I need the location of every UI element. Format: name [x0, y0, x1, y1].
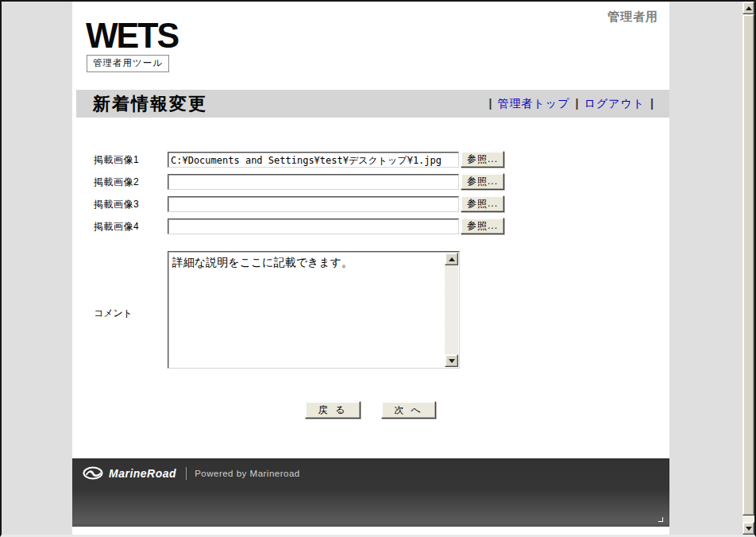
textarea-scrollbar[interactable]	[445, 253, 458, 367]
field-label-image-1: 掲載画像1	[94, 153, 139, 167]
browse-button-2[interactable]: 参照...	[461, 173, 504, 190]
logo-subtitle-box: 管理者用ツール	[87, 55, 169, 72]
comment-textarea[interactable]: 詳細な説明をここに記載できます。	[169, 253, 445, 367]
triangle-down-icon	[746, 527, 752, 531]
triangle-down-icon	[449, 359, 455, 363]
scrollbar-down-button[interactable]	[742, 522, 754, 535]
image-row-4: 掲載画像4 参照...	[72, 218, 669, 235]
image-path-input-4[interactable]	[168, 218, 459, 234]
browser-window: 管理者用 WETS 管理者用ツール 新着情報変更 |管理者トップ|ログアウト| …	[0, 0, 756, 537]
image-row-1: 掲載画像1 参照...	[72, 151, 669, 168]
field-label-image-3: 掲載画像3	[94, 198, 139, 211]
marineroad-wave-icon	[83, 466, 103, 480]
nav-links: |管理者トップ|ログアウト|	[484, 90, 659, 118]
field-label-image-2: 掲載画像2	[94, 176, 139, 189]
triangle-up-icon	[746, 6, 752, 10]
image-path-input-1[interactable]	[168, 152, 459, 168]
scrollbar-thumb[interactable]	[742, 14, 754, 516]
wets-logo: WETS	[86, 19, 178, 52]
footer-brand-row: MarineRoad Powered by Marineroad	[83, 466, 300, 480]
page-title: 新着情報変更	[93, 90, 207, 118]
back-button[interactable]: 戻 る	[305, 401, 361, 419]
footer: MarineRoad Powered by Marineroad	[72, 458, 669, 527]
scrollbar-up-button[interactable]	[742, 2, 754, 14]
admin-badge: 管理者用	[608, 10, 658, 25]
comment-label: コメント	[94, 307, 133, 320]
window-scrollbar[interactable]	[742, 2, 754, 535]
textarea-scroll-up-button[interactable]	[445, 253, 458, 265]
image-path-input-3[interactable]	[168, 196, 459, 212]
separator: |	[576, 97, 579, 110]
image-row-2: 掲載画像2 参照...	[72, 173, 669, 191]
field-label-image-4: 掲載画像4	[94, 220, 139, 234]
brand-name: MarineRoad	[109, 467, 176, 480]
image-row-3: 掲載画像3 参照...	[72, 195, 669, 213]
image-path-input-2[interactable]	[168, 174, 459, 190]
link-logout[interactable]: ログアウト	[584, 97, 645, 110]
browse-button-4[interactable]: 参照...	[461, 218, 504, 234]
page: 管理者用 WETS 管理者用ツール 新着情報変更 |管理者トップ|ログアウト| …	[72, 2, 669, 535]
next-button[interactable]: 次 へ	[381, 401, 436, 419]
browse-button-1[interactable]: 参照...	[461, 151, 504, 168]
link-admin-top[interactable]: 管理者トップ	[498, 97, 570, 110]
footer-separator	[186, 467, 187, 480]
triangle-up-icon	[449, 257, 455, 261]
title-bar: 新着情報変更 |管理者トップ|ログアウト|	[76, 90, 669, 118]
textarea-scroll-down-button[interactable]	[445, 354, 458, 367]
separator: |	[650, 97, 654, 110]
comment-textarea-box: 詳細な説明をここに記載できます。	[168, 251, 460, 369]
browse-button-3[interactable]: 参照...	[461, 195, 504, 212]
separator: |	[489, 97, 492, 110]
corner-mark	[658, 517, 663, 522]
powered-by-text: Powered by Marineroad	[195, 469, 300, 478]
